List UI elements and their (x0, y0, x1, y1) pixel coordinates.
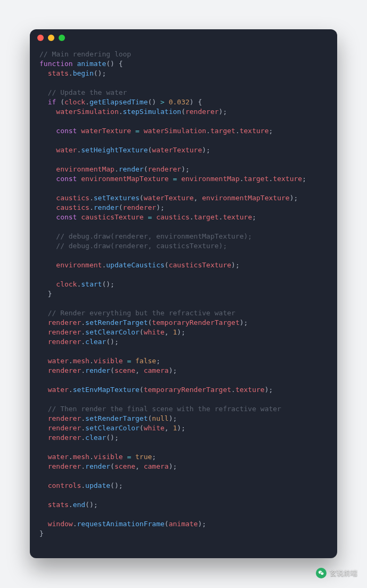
minimize-icon[interactable] (48, 35, 54, 41)
close-icon[interactable] (37, 35, 44, 41)
code-window: // Main rendering loop function animate(… (30, 29, 337, 558)
zoom-icon[interactable] (59, 35, 65, 41)
watermark: 玄说前端 (316, 568, 357, 578)
watermark-text: 玄说前端 (330, 568, 357, 578)
code-block: // Main rendering loop function animate(… (30, 46, 337, 548)
window-titlebar (30, 29, 337, 46)
wechat-icon (316, 568, 327, 578)
